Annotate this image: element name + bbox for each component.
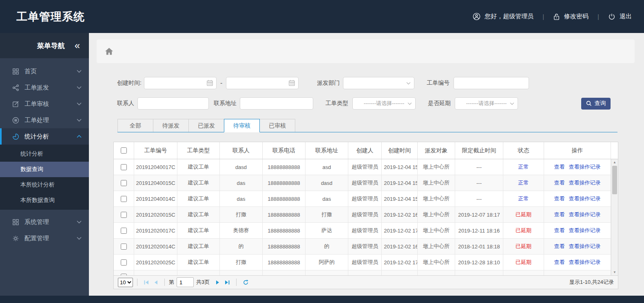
refresh-icon[interactable]	[243, 279, 249, 285]
view-link[interactable]: 查看	[554, 227, 565, 234]
column-header: 派发对象	[418, 142, 455, 159]
row-checkbox[interactable]	[121, 259, 127, 266]
sidebar-item-system[interactable]: 系统管理	[0, 214, 89, 230]
first-page-icon[interactable]	[144, 280, 149, 285]
page-input[interactable]	[177, 277, 194, 287]
view-log-link[interactable]: 查看操作记录	[569, 259, 601, 266]
collapse-sidebar-button[interactable]: «	[75, 41, 80, 50]
created-cell: 2019-12-02 16	[382, 207, 418, 222]
creator-cell: 超级管理员	[348, 239, 382, 254]
actions-cell: 查看查看操作记录	[544, 207, 611, 222]
home-icon[interactable]	[105, 47, 113, 55]
row-checkbox[interactable]	[121, 228, 127, 234]
contact-label: 联系人	[117, 100, 134, 107]
actions-cell: 查看查看操作记录	[544, 191, 611, 206]
deadline-cell: 2019-12-28 18:10	[455, 255, 503, 270]
tab-pending-dispatch[interactable]: 待派发	[153, 119, 189, 132]
prev-page-icon[interactable]	[153, 280, 158, 285]
row-checkbox[interactable]	[121, 274, 127, 275]
checkbox-cell	[114, 270, 134, 275]
sidebar-item-home[interactable]: 首页	[0, 63, 89, 79]
contact-input[interactable]	[137, 97, 209, 110]
sidebar-item-dispatch[interactable]: 工单派发	[0, 79, 89, 96]
view-link[interactable]: 查看	[554, 179, 565, 187]
calendar-icon[interactable]	[288, 79, 295, 88]
view-log-link[interactable]: 查看操作记录	[569, 163, 601, 171]
creator-cell: 超级管理员	[348, 223, 382, 238]
view-link[interactable]: 查看	[554, 163, 565, 171]
order-no-cell: 201912020015C	[134, 207, 177, 222]
chevron-down-icon	[77, 119, 82, 122]
page-size-select[interactable]: 10	[118, 278, 133, 287]
scroll-up-arrow[interactable]: ▲	[611, 159, 618, 165]
scroll-thumb[interactable]	[612, 166, 617, 194]
sidebar-subitem-statistics[interactable]: 统计分析	[0, 146, 89, 162]
next-page-icon[interactable]	[215, 280, 220, 285]
tab-all[interactable]: 全部	[117, 119, 153, 132]
sidebar-item-config[interactable]: 配置管理	[0, 230, 89, 246]
deadline-cell: 2019-12-07 18:17	[455, 207, 503, 222]
row-checkbox[interactable]	[121, 164, 127, 170]
change-password-link[interactable]: 修改密码	[553, 13, 589, 20]
deadline-cell: ---	[455, 191, 503, 206]
dispatch-dept-select[interactable]	[343, 77, 414, 89]
view-log-link[interactable]: 查看操作记录	[569, 227, 601, 234]
user-greeting[interactable]: 您好，超级管理员	[473, 13, 533, 20]
calendar-icon[interactable]	[206, 79, 213, 88]
sidebar-item-review[interactable]: 工单审核	[0, 96, 89, 112]
change-password-label: 修改密码	[564, 13, 589, 20]
sidebar-item-statistics[interactable]: 统计分析	[0, 128, 89, 145]
column-header: 操作	[544, 142, 611, 159]
view-log-link[interactable]: 查看操作记录	[569, 179, 601, 187]
created-cell: 2019-12-04 15	[382, 175, 418, 191]
last-page-icon[interactable]	[224, 280, 230, 285]
sidebar-subitem-data-query[interactable]: 数据查询	[0, 162, 89, 177]
view-link[interactable]: 查看	[554, 211, 565, 218]
view-log-link[interactable]: 查看操作记录	[569, 195, 601, 202]
view-log-link[interactable]: 查看操作记录	[569, 243, 601, 250]
row-checkbox[interactable]	[121, 180, 127, 186]
column-header: 联系地址	[305, 142, 348, 159]
view-link[interactable]: 查看	[554, 195, 565, 202]
table-row: 201912040014C建议工单das18888888888das超级管理员2…	[114, 191, 618, 207]
target-cell: 墩上中心所	[418, 255, 455, 270]
view-link[interactable]: 查看	[554, 259, 565, 266]
order-type-cell: 建议工单	[177, 239, 220, 254]
row-checkbox[interactable]	[121, 196, 127, 202]
order-no-cell: 201912040015C	[134, 175, 177, 191]
select-all-checkbox[interactable]	[121, 147, 127, 154]
table-scrollbar[interactable]: ▲ ▼	[611, 159, 618, 275]
tab-dispatched[interactable]: 已派发	[188, 119, 224, 132]
deadline-cell: ---	[455, 159, 503, 175]
sub-item-label: 本所数据查询	[20, 197, 55, 204]
sidebar-subitem-local-statistics[interactable]: 本所统计分析	[0, 177, 89, 193]
end-date-input[interactable]	[226, 77, 299, 89]
view-link[interactable]: 查看	[554, 243, 565, 250]
row-checkbox[interactable]	[121, 244, 127, 250]
delay-select[interactable]: -------请选择-------	[455, 97, 518, 110]
date-range-separator: -	[220, 79, 222, 87]
checkbox-cell	[114, 159, 134, 175]
logout-link[interactable]: 退出	[608, 13, 632, 20]
start-date-input[interactable]	[144, 77, 217, 89]
checkbox-cell	[114, 207, 134, 222]
view-log-link[interactable]: 查看操作记录	[569, 211, 601, 218]
sidebar-item-label: 工单处理	[24, 116, 77, 124]
user-icon	[473, 13, 480, 20]
address-cell: 打撒	[305, 207, 348, 222]
scroll-down-arrow[interactable]: ▼	[611, 269, 618, 275]
row-checkbox[interactable]	[121, 212, 127, 218]
tab-pending-review[interactable]: 待审核	[224, 119, 260, 132]
search-button[interactable]: 查询	[581, 98, 611, 110]
sidebar-item-label: 工单派发	[24, 84, 77, 92]
order-no-input[interactable]	[454, 77, 529, 89]
table-row: 201912020025C建议工单打撒18888888888阿萨的超级管理员20…	[114, 255, 618, 270]
address-input[interactable]	[240, 97, 313, 110]
tab-reviewed[interactable]: 已审核	[259, 119, 295, 132]
chevron-down-icon	[407, 102, 412, 105]
order-type-select[interactable]: -------请选择-------	[352, 97, 416, 110]
filter-row-2: 联系人 联系地址 工单类型 -------请选择------- 是否延期 ---…	[89, 97, 644, 110]
sidebar-subitem-local-data-query[interactable]: 本所数据查询	[0, 193, 89, 208]
app: 工单管理系统 您好，超级管理员 |	[0, 0, 644, 303]
sidebar-item-process[interactable]: 工单处理	[0, 112, 89, 128]
